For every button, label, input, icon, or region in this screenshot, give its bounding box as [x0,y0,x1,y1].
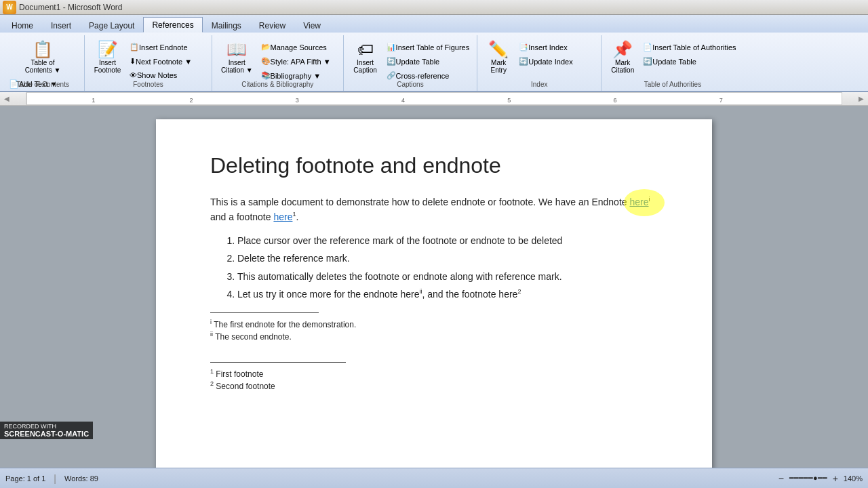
insert-index-icon: 📑 [519,43,528,52]
footnote-here-link[interactable]: here [273,211,292,222]
mark-entry-label: MarkEntry [491,59,507,74]
tab-review[interactable]: Review [250,18,294,33]
status-right: − ━━━━━●━━ + 140% [778,473,863,484]
style-icon: 🎨 [261,57,271,66]
mark-citation-button[interactable]: 📌 MarkCitation [606,38,639,77]
insert-table-figures-button[interactable]: 📊 Insert Table of Figures [383,41,473,54]
caption-icon: 🏷 [357,41,374,58]
group-citations-label: Citations & Bibliography [212,81,343,88]
list-item-2: Delete the reference mark. [237,251,658,266]
update-auth-label: Update Table [652,58,696,66]
group-index: ✏️ MarkEntry 📑 Insert Index 🔄 Update Ind… [477,35,601,91]
cross-ref-label: Cross-reference [396,72,450,80]
endnote-2-text: The second endnote. [215,332,292,342]
group-index-label: Index [477,81,601,88]
endnote-1: i The first endnote for the demonstratio… [210,319,658,329]
endnote-icon: 📋 [130,43,139,52]
words-status: Words: 89 [64,474,98,483]
page-status: Page: 1 of 1 [5,474,45,483]
style-label: Style: APA Fifth ▼ [271,58,331,66]
ruler: ◀ 1 2 3 4 5 6 7 ▶ [0,92,868,106]
intro-para: This is a sample document to demonstrate… [210,195,658,225]
insert-auth-label: Insert Table of Authorities [652,43,736,52]
status-bar: Page: 1 of 1 | Words: 89 − ━━━━━●━━ + 14… [0,468,868,488]
zoom-slider[interactable]: ━━━━━●━━ [787,474,830,483]
zoom-in-button[interactable]: + [833,473,838,484]
group-citations: 📖 InsertCitation ▼ 📂 Manage Sources 🎨 St… [212,35,344,91]
citation-icon: 📖 [226,41,247,58]
tab-mailings[interactable]: Mailings [203,18,250,33]
endnote-1-mark: i [210,319,212,325]
tab-insert[interactable]: Insert [42,18,80,33]
group-authorities: 📌 MarkCitation 📄 Insert Table of Authori… [601,35,743,91]
mark-entry-icon: ✏️ [488,41,509,58]
zoom-control[interactable]: − ━━━━━●━━ + 140% [778,473,863,484]
footnote-1-text: First footnote [216,369,263,379]
update-caption-label: Update Table [396,58,440,66]
zoom-out-button[interactable]: − [778,473,784,484]
footnote-sup2: 2 [517,288,521,295]
endnote-2-mark: ii [210,331,213,338]
mark-citation-icon: 📌 [612,41,633,58]
doc-area: Deleting footnote and endnote This is a … [0,106,868,468]
update-authorities-button[interactable]: 🔄 Update Table [639,55,739,68]
footnote-2: 2 Second footnote [210,380,658,391]
endnote-1-text: The first endnote for the demonstration. [214,320,356,329]
group-footnotes-label: Footnotes [85,81,212,88]
toc-label: Table ofContents ▼ [25,59,61,74]
tab-home[interactable]: Home [3,18,42,33]
group-footnotes: 📝 InsertFootnote 📋 Insert Endnote ⬇ Next… [85,35,212,91]
endnote-label: Insert Endnote [139,43,188,52]
endnote-here-link[interactable]: here [629,195,648,209]
footnote-separator [210,362,346,363]
ribbon: 📋 Table ofContents ▼ 📄 Add Text ▼ 🔄 Upda… [0,33,868,92]
footnote-icon: 📝 [98,41,118,58]
next-footnote-button[interactable]: ⬇ Next Footnote ▼ [126,55,208,68]
footnote-1: 1 First footnote [210,368,658,379]
insert-endnote-button[interactable]: 📋 Insert Endnote [126,41,208,54]
manage-sources-button[interactable]: 📂 Manage Sources [258,41,339,54]
footnote-1-mark: 1 [210,368,214,375]
tab-view[interactable]: View [294,18,330,33]
svg-text:1: 1 [92,97,95,104]
footnote-label: InsertFootnote [94,59,121,74]
table-figures-icon: 📊 [387,43,396,52]
insert-index-button[interactable]: 📑 Insert Index [515,41,597,54]
zoom-level: 140% [844,474,863,483]
insert-caption-button[interactable]: 🏷 InsertCaption [348,38,383,77]
insert-authorities-button[interactable]: 📄 Insert Table of Authorities [639,41,739,54]
table-figures-label: Insert Table of Figures [396,43,470,52]
endnote-2: ii The second endnote. [210,331,658,342]
watermark: RECORDED WITH SCREENCAST-O-MATIC [0,422,93,439]
footnote-2-mark: 2 [210,380,214,387]
bibliography-icon: 📚 [261,71,271,80]
svg-text:6: 6 [613,97,616,104]
show-notes-button[interactable]: 👁 Show Notes [126,69,208,81]
mark-entry-button[interactable]: ✏️ MarkEntry [481,38,515,77]
tab-page-layout[interactable]: Page Layout [80,18,143,33]
steps-list: Place cursor over the reference mark of … [237,233,658,302]
update-index-icon: 🔄 [519,57,528,66]
next-footnote-label: Next Footnote ▼ [136,58,192,66]
sep1: | [54,473,56,484]
svg-text:3: 3 [296,97,299,104]
watermark-line2: SCREENCAST-O-MATIC [4,430,89,438]
insert-citation-button[interactable]: 📖 InsertCitation ▼ [216,38,258,77]
show-notes-icon: 👁 [130,71,137,79]
update-auth-icon: 🔄 [643,57,652,66]
update-index-button[interactable]: 🔄 Update Index [515,55,597,68]
bibliography-label: Bibliography ▼ [271,72,321,80]
endnote-separator [210,312,319,313]
title-bar: W Document1 - Microsoft Word [0,0,868,15]
list-item-3: This automatically deletes the footnote … [237,269,658,284]
footnote-sup: 1 [292,211,296,218]
update-table-caption-button[interactable]: 🔄 Update Table [383,55,473,68]
toc-button[interactable]: 📋 Table ofContents ▼ [19,38,66,77]
tab-references[interactable]: References [143,17,202,33]
svg-text:5: 5 [507,97,511,104]
style-dropdown[interactable]: 🎨 Style: APA Fifth ▼ [258,55,339,68]
next-footnote-icon: ⬇ [130,57,136,66]
insert-auth-icon: 📄 [643,43,652,52]
update-index-label: Update Index [528,58,572,66]
insert-footnote-button[interactable]: 📝 InsertFootnote [89,38,126,77]
